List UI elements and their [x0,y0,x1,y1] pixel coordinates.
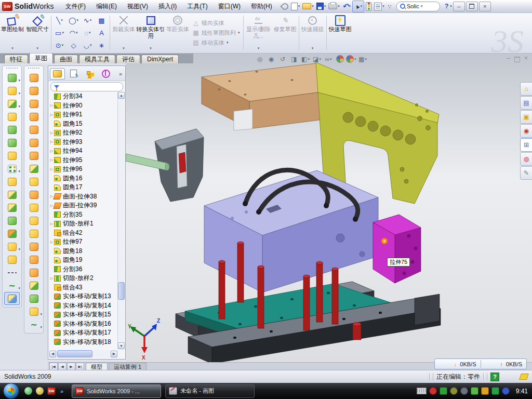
tree-item[interactable]: 圆角17 [49,183,117,192]
vertical-scroll-thumb[interactable] [118,282,125,300]
tree-item[interactable]: 组合42 [49,229,117,238]
thicken-icon[interactable] [26,175,42,188]
messenger-status-icon[interactable] [502,387,510,395]
propertymanager-tab[interactable] [66,68,81,79]
delete-hole-icon[interactable] [26,201,42,214]
hide-show-items-icon[interactable]: ∞▾ [323,55,334,63]
expand-arrow-icon[interactable]: ▷ [49,140,54,144]
certificate-badge-icon[interactable] [450,387,458,395]
tree-item[interactable]: 实体-移动/复制14 [49,301,117,311]
menu-item[interactable]: 帮助(H) [246,1,277,12]
taskbar-button-paint[interactable]: 未命名 - 画图 [165,384,255,398]
tree-item[interactable]: ▷拉伸94 [49,147,117,156]
tree-item[interactable]: 分割36 [49,265,117,274]
convert-entities-button[interactable]: 转换实体引用▾ [136,12,165,53]
select-tool-button[interactable]: ▾ [352,1,364,12]
menu-item[interactable]: 窗口(W) [213,1,246,12]
display-delete-relations-button[interactable]: 显示/删除几...▾ [245,12,273,53]
move-entities-button[interactable]: ▧ 移动实体 ▾ [192,39,240,47]
open-file-button[interactable]: ▾ [301,2,315,11]
menu-item[interactable]: 工具(T) [182,1,212,12]
zoom-area-icon[interactable]: ◉ [266,55,276,63]
motion-study-tab[interactable]: 运动算例 1 [109,363,147,370]
revolved-boss-icon[interactable]: ▾ [4,84,20,97]
arc-tool-icon[interactable]: ◠▾ [66,26,81,39]
hole-wizard-icon[interactable] [4,149,20,162]
network-status-icon[interactable] [471,387,478,395]
lofted-surface-icon[interactable] [26,84,42,97]
solidworks-resources-tab[interactable]: ⌂ [520,82,532,96]
pattern-select-tool-icon[interactable]: ▩ [95,14,109,26]
solidworks-search-tab[interactable]: ◉ [520,124,532,138]
edit-appearance-icon[interactable] [335,55,345,63]
first-study-icon[interactable]: |◀ [49,363,58,370]
toolbar-overflow-icon[interactable] [386,2,393,11]
ruled-surface-icon[interactable] [26,162,42,175]
start-button[interactable] [3,383,19,399]
file-explorer-tab[interactable]: ▣ [520,110,532,124]
minimize-button[interactable]: – [453,2,465,11]
tree-item[interactable]: 圆角19 [49,256,117,265]
tree-item[interactable]: 实体-移动/复制15 [49,310,117,320]
move-copy-body-icon[interactable] [4,227,20,240]
tree-item[interactable]: 分割35 [49,210,117,220]
text-tool-icon[interactable]: A [95,26,109,39]
search-input[interactable]: Solic ▾ [396,2,440,11]
featuremanager-tab[interactable] [50,68,65,79]
expand-arrow-icon[interactable]: ▷ [49,158,54,162]
save-button[interactable]: ▾ [315,2,327,11]
linear-sketch-pattern-button[interactable]: ▦ 线性草图阵列 ▾ [192,29,240,37]
curve-icon[interactable]: ▾ [4,279,20,292]
tree-item[interactable]: 圆角18 [49,247,117,256]
expand-arrow-icon[interactable]: ▷ [49,240,54,244]
pushpin-icon[interactable] [281,2,289,11]
graphics-viewport[interactable]: Y Z X ◎◉↺◨◧▾◪▾∞▾▾▦▾ – × 拉伸75 [126,53,532,362]
menu-item[interactable]: 编辑(E) [91,1,122,12]
horizontal-scroll-thumb[interactable] [57,350,92,357]
draft-icon[interactable] [4,136,20,149]
quicklaunch-overflow-chevron-icon[interactable]: » [60,388,63,394]
media-quicklaunch-icon[interactable] [36,387,44,395]
next-study-icon[interactable]: ▶ [67,363,75,370]
last-study-icon[interactable]: ▶| [76,363,84,370]
scroll-left-icon[interactable]: ◀ [49,351,56,357]
reference-point-icon[interactable]: ▾ [4,240,20,253]
tab-曲面[interactable]: 曲面 [54,55,78,63]
tree-filter-input[interactable] [50,82,123,91]
repair-sketch-button[interactable]: 修复草图 [273,12,298,53]
polygon-tool-icon[interactable]: ◇ [66,39,81,51]
reference-geometry-icon[interactable]: ▾ [26,305,42,318]
close-button[interactable]: × [479,2,491,11]
core-icon[interactable] [26,292,42,305]
security-alert-icon[interactable] [429,387,437,395]
extend-surface-icon[interactable] [26,188,42,201]
quick-snaps-button[interactable]: 快速捕捉▾ [300,12,325,53]
shell-icon[interactable] [4,123,20,136]
tree-item[interactable]: 实体-移动/复制18 [49,338,117,347]
offset-entities-button[interactable]: 等距实体 [165,12,190,53]
tab-特征[interactable]: 特征 [4,55,28,63]
tree-item[interactable]: 实体-移动/复制16 [49,320,117,329]
previous-view-icon[interactable]: ↺ [277,55,288,63]
tab-评估[interactable]: 评估 [116,55,140,63]
undo-button[interactable]: ▾ [341,2,352,11]
reference-axis-icon[interactable] [4,266,20,279]
view-palette-tab[interactable]: ⊞ [520,138,532,152]
tree-item[interactable]: ▷拉伸91 [49,110,117,119]
panel-overflow-chevron-icon[interactable]: » [119,71,124,77]
tree-item[interactable]: 圆角15 [49,119,117,129]
tree-item[interactable]: ▷拉伸90 [49,101,117,111]
boundary-surface-icon[interactable] [26,97,42,110]
tree-vertical-scrollbar[interactable]: ▲ ▼ [117,92,125,349]
spline-tool-icon[interactable]: ∿▾ [81,14,95,26]
sketch-button[interactable]: 草图绘制▾ [0,12,25,53]
untrim-surface-icon[interactable] [26,214,42,227]
volume-icon[interactable] [460,387,468,395]
tree-horizontal-scrollbar[interactable]: ◀ ▶ [49,350,117,357]
solidworks-quicklaunch-icon[interactable]: SW [47,387,56,395]
display-style-icon[interactable]: ◪▾ [312,55,322,63]
tree-item[interactable]: 圆角16 [49,174,117,183]
mirror-feature-icon[interactable] [4,175,20,188]
view-orientation-icon[interactable]: ◧▾ [300,55,311,63]
line-tool-icon[interactable]: ╲▾ [52,14,66,26]
